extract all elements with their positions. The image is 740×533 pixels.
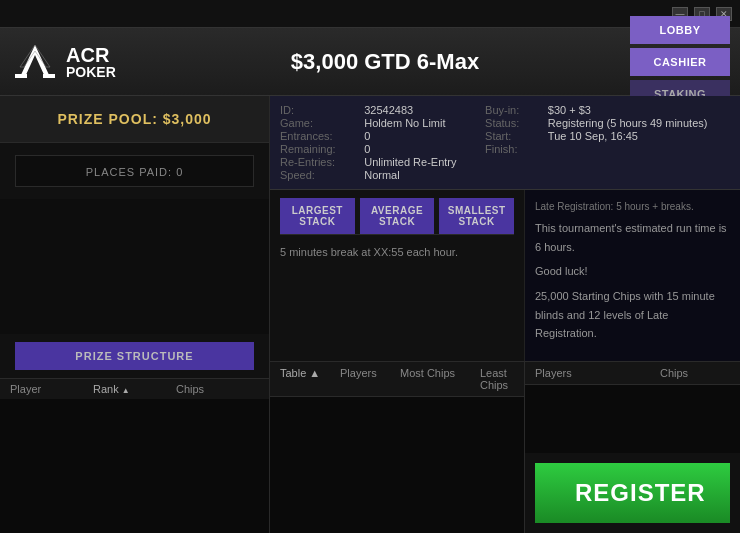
logo-text: ACR POKER xyxy=(66,45,116,79)
logo-area: ACR POKER xyxy=(10,37,140,87)
tables-body xyxy=(270,397,524,533)
notes-panel: Late Registration: 5 hours + breaks. Thi… xyxy=(525,190,740,361)
stacks-area: LARGEST STACK AVERAGE STACK SMALLEST STA… xyxy=(270,190,525,361)
re-entries-value: Unlimited Re-Entry xyxy=(364,156,479,168)
middle-right: ID: 32542483 Buy-in: $30 + $3 Game: Hold… xyxy=(270,96,740,533)
tables-col-table[interactable]: Table ▲ xyxy=(280,367,340,391)
lb-col-chips: Chips xyxy=(660,367,730,379)
bottom-section: Table ▲ Players Most Chips Least Chips P… xyxy=(270,361,740,533)
finish-value xyxy=(548,143,730,155)
average-stack-button[interactable]: AVERAGE STACK xyxy=(360,198,435,234)
largest-stack-button[interactable]: LARGEST STACK xyxy=(280,198,355,234)
good-luck-note: Good luck! xyxy=(535,262,730,281)
tournament-info-row: ID: 32542483 Buy-in: $30 + $3 Game: Hold… xyxy=(270,96,740,190)
rank-sort-arrow: ▲ xyxy=(122,386,130,395)
tables-col-players: Players xyxy=(340,367,400,391)
id-label: ID: xyxy=(280,104,358,116)
run-time-note: This tournament's estimated run time is … xyxy=(535,219,730,256)
details-note: 25,000 Starting Chips with 15 minute bli… xyxy=(535,287,730,343)
leaderboard-register-panel: Players Chips REGISTER xyxy=(525,362,740,533)
players-table-body xyxy=(0,399,269,534)
places-paid-box: PLACES PAID: 0 xyxy=(15,155,254,187)
tables-col-most-chips: Most Chips xyxy=(400,367,480,391)
acr-logo-icon xyxy=(10,37,60,87)
tournament-title: $3,000 GTD 6-Max xyxy=(291,49,479,74)
left-panel: PRIZE POOL: $3,000 PLACES PAID: 0 PRIZE … xyxy=(0,96,270,533)
entrances-value: 0 xyxy=(364,130,479,142)
table-sort-arrow: ▲ xyxy=(309,367,320,379)
game-value: Holdem No Limit xyxy=(364,117,479,129)
main-content: PRIZE POOL: $3,000 PLACES PAID: 0 PRIZE … xyxy=(0,96,740,533)
late-reg-note: Late Registration: 5 hours + breaks. xyxy=(535,198,730,215)
prize-structure-button[interactable]: PRIZE STRUCTURE xyxy=(15,342,254,370)
title-bar: — □ ✕ xyxy=(0,0,740,28)
register-button[interactable]: REGISTER xyxy=(535,463,730,523)
buyin-value: $30 + $3 xyxy=(548,104,730,116)
game-label: Game: xyxy=(280,117,358,129)
header-title-area: $3,000 GTD 6-Max xyxy=(140,49,630,75)
re-entries-label: Re-Entries: xyxy=(280,156,358,168)
players-col-chips: Chips xyxy=(176,383,259,395)
status-label: Status: xyxy=(485,117,542,129)
stacks-desc-area: LARGEST STACK AVERAGE STACK SMALLEST STA… xyxy=(270,190,740,361)
prize-pool-header: PRIZE POOL: $3,000 xyxy=(0,96,269,143)
places-paid-text: PLACES PAID: 0 xyxy=(86,166,184,178)
players-col-rank[interactable]: Rank ▲ xyxy=(93,383,176,395)
leaderboard-body xyxy=(525,385,740,453)
header-buttons: LOBBY CASHIER STAKING xyxy=(630,16,730,108)
speed-label: Speed: xyxy=(280,169,358,181)
left-panel-empty xyxy=(0,199,269,334)
tables-panel: Table ▲ Players Most Chips Least Chips xyxy=(270,362,525,533)
break-info: 5 minutes break at XX:55 each hour. xyxy=(280,243,514,261)
start-value: Tue 10 Sep, 16:45 xyxy=(548,130,730,142)
entrances-label: Entrances: xyxy=(280,130,358,142)
players-col-player: Player xyxy=(10,383,93,395)
svg-rect-2 xyxy=(15,74,27,78)
speed-value: Normal xyxy=(364,169,479,181)
smallest-stack-button[interactable]: SMALLEST STACK xyxy=(439,198,514,234)
tables-header: Table ▲ Players Most Chips Least Chips xyxy=(270,362,524,397)
start-label: Start: xyxy=(485,130,542,142)
register-area: REGISTER xyxy=(525,453,740,533)
header: ACR POKER $3,000 GTD 6-Max LOBBY CASHIER… xyxy=(0,28,740,96)
leaderboard-header: Players Chips xyxy=(525,362,740,385)
remaining-label: Remaining: xyxy=(280,143,358,155)
svg-rect-3 xyxy=(43,74,55,78)
buyin-label: Buy-in: xyxy=(485,104,542,116)
stacks-buttons-row: LARGEST STACK AVERAGE STACK SMALLEST STA… xyxy=(280,198,514,235)
remaining-value: 0 xyxy=(364,143,479,155)
logo-acr: ACR xyxy=(66,45,116,65)
status-value: Registering (5 hours 49 minutes) xyxy=(548,117,730,129)
finish-label: Finish: xyxy=(485,143,542,155)
svg-marker-0 xyxy=(20,45,50,77)
id-value: 32542483 xyxy=(364,104,479,116)
logo-poker: POKER xyxy=(66,65,116,79)
players-table-header: Player Rank ▲ Chips xyxy=(0,378,269,399)
lb-col-players: Players xyxy=(535,367,660,379)
cashier-button[interactable]: CASHIER xyxy=(630,48,730,76)
tables-col-least-chips: Least Chips xyxy=(480,367,514,391)
prize-pool-label: PRIZE POOL: $3,000 xyxy=(57,111,211,127)
lobby-button[interactable]: LOBBY xyxy=(630,16,730,44)
